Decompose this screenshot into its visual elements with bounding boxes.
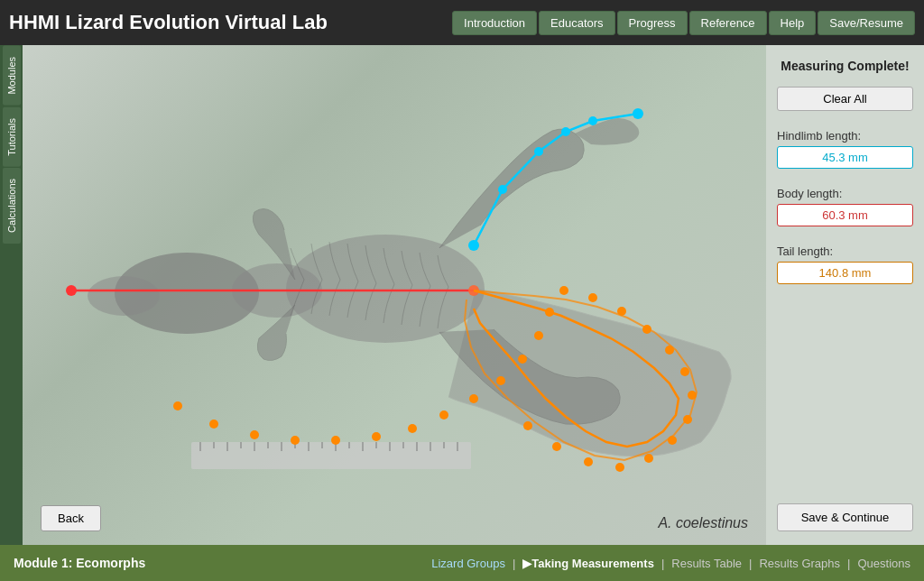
back-button[interactable]: Back — [41, 505, 101, 531]
svg-point-40 — [372, 432, 381, 441]
tail-group: Tail length: 140.8 mm — [777, 244, 913, 284]
svg-rect-5 — [191, 442, 471, 469]
svg-point-60 — [552, 442, 561, 451]
save-continue-button[interactable]: Save & Continue — [777, 503, 913, 531]
svg-point-33 — [588, 116, 597, 125]
tail-label: Tail length: — [777, 244, 913, 258]
svg-point-45 — [518, 355, 527, 364]
hindlimb-value: 45.3 mm — [777, 146, 913, 169]
body-group: Body length: 60.3 mm — [777, 187, 913, 226]
lizard-image-area[interactable]: A. coelestinus Back — [23, 45, 766, 545]
nav-intro[interactable]: Introduction — [452, 11, 537, 35]
footer-results-graphs: Results Graphs — [759, 557, 840, 570]
body-value: 60.3 mm — [777, 204, 913, 226]
svg-point-43 — [469, 394, 478, 403]
clear-all-button[interactable]: Clear All — [777, 87, 913, 111]
hindlimb-label: Hindlimb length: — [777, 129, 913, 143]
app-title: HHMI Lizard Evolution Virtual Lab — [9, 11, 452, 34]
nav-save-resume[interactable]: Save/Resume — [818, 11, 915, 35]
header: HHMI Lizard Evolution Virtual Lab Introd… — [0, 0, 924, 45]
svg-point-58 — [615, 463, 624, 472]
svg-point-29 — [468, 240, 479, 251]
sidebar-modules[interactable]: Modules — [3, 46, 21, 106]
footer-results-table: Results Table — [671, 557, 742, 570]
svg-point-48 — [559, 286, 568, 295]
sidebar: Modules Tutorials Calculations — [0, 45, 23, 545]
svg-point-41 — [408, 424, 417, 433]
footer-nav: Lizard Groups | ▶Taking Measurements | R… — [431, 557, 910, 570]
measuring-complete-label: Measuring Complete! — [777, 59, 913, 73]
svg-point-30 — [498, 185, 507, 194]
footer-questions: Questions — [857, 557, 910, 570]
header-nav: Introduction Educators Progress Referenc… — [452, 11, 915, 35]
svg-point-47 — [545, 308, 554, 317]
tail-value: 140.8 mm — [777, 262, 913, 284]
nav-reference[interactable]: Reference — [689, 11, 767, 35]
svg-point-37 — [250, 430, 259, 439]
main-content: Modules Tutorials Calculations — [0, 45, 924, 545]
svg-point-35 — [173, 401, 182, 410]
svg-point-36 — [209, 420, 218, 429]
module-label: Module 1: Ecomorphs — [14, 556, 145, 570]
measurement-overlay[interactable] — [23, 45, 766, 545]
sidebar-tutorials[interactable]: Tutorials — [3, 107, 21, 167]
footer-sep-1: | — [513, 557, 515, 570]
body-label: Body length: — [777, 187, 913, 200]
svg-point-61 — [523, 421, 532, 430]
svg-point-27 — [66, 285, 77, 296]
svg-point-38 — [291, 436, 300, 445]
nav-progress[interactable]: Progress — [617, 11, 688, 35]
footer-lizard-groups[interactable]: Lizard Groups — [431, 557, 505, 570]
svg-point-31 — [534, 147, 543, 156]
footer-sep-2: | — [661, 557, 664, 570]
footer: Module 1: Ecomorphs Lizard Groups | ▶Tak… — [0, 545, 924, 581]
svg-point-59 — [584, 457, 593, 466]
species-label: A. coelestinus — [658, 515, 748, 531]
svg-point-49 — [588, 293, 597, 302]
footer-sep-4: | — [847, 557, 850, 570]
svg-point-57 — [644, 454, 653, 463]
svg-point-46 — [534, 331, 543, 340]
svg-point-34 — [633, 108, 643, 119]
svg-point-32 — [561, 127, 570, 136]
footer-sep-3: | — [749, 557, 752, 570]
nav-help[interactable]: Help — [769, 11, 817, 35]
footer-taking-measurements: ▶Taking Measurements — [522, 557, 654, 570]
svg-point-44 — [496, 376, 505, 385]
svg-point-39 — [331, 436, 340, 445]
svg-point-42 — [439, 410, 448, 420]
svg-point-53 — [680, 367, 689, 376]
svg-point-2 — [88, 276, 160, 316]
hindlimb-group: Hindlimb length: 45.3 mm — [777, 129, 913, 169]
nav-educators[interactable]: Educators — [539, 11, 615, 35]
sidebar-calculations[interactable]: Calculations — [3, 168, 21, 244]
right-panel: Measuring Complete! Clear All Hindlimb l… — [766, 45, 924, 545]
